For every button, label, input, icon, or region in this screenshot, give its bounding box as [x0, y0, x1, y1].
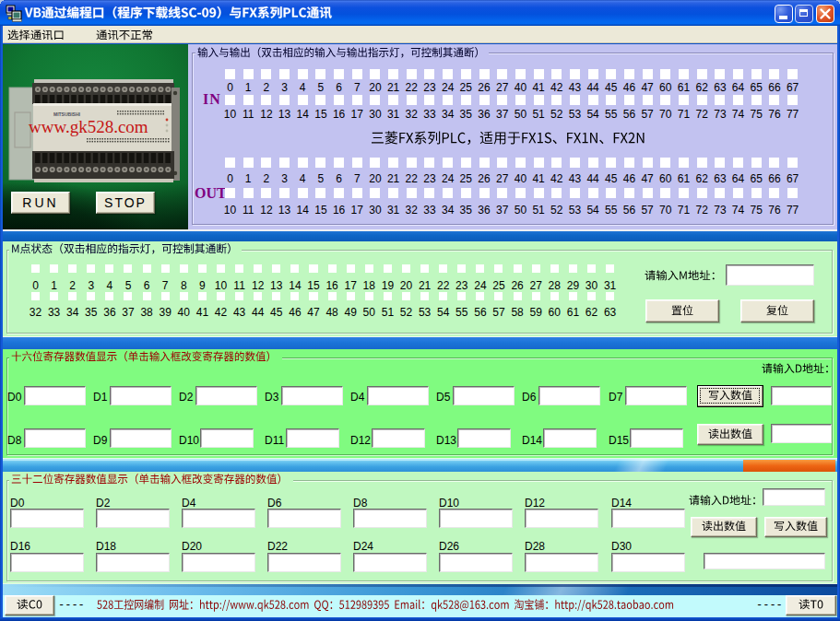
- svg-text:www.gk528.com: www.gk528.com: [29, 117, 148, 136]
